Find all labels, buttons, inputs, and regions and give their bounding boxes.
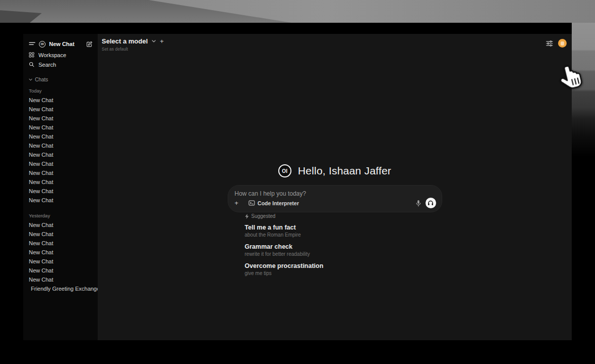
suggested-prompt-subtitle: rewrite it for better readability [245,251,442,257]
chat-group-label-today: Today [23,88,98,94]
chat-list-item[interactable]: New Chat [23,187,98,196]
suggested-header: Suggested [245,213,442,219]
new-chat-icon[interactable] [86,41,93,48]
chat-list-item[interactable]: New Chat [23,141,98,150]
workspace-grid-icon [29,52,34,58]
suggested-prompt[interactable]: Overcome procrastination give me tips [245,262,442,276]
chats-section-label: Chats [35,77,48,82]
microphone-icon[interactable] [416,200,421,207]
wallpaper-top-strip [0,0,595,23]
suggested-prompt-subtitle: give me tips [245,270,442,276]
search-icon [29,62,34,67]
app-logo: OI [39,41,46,48]
chat-list-item[interactable]: New Chat [23,159,98,168]
suggested-label: Suggested [251,213,276,219]
chat-list-item[interactable]: New Chat [23,257,98,266]
chat-list-item[interactable]: New Chat [23,248,98,257]
input-left-actions: + Code Interpreter [235,199,416,207]
input-actions-row: + Code Interpreter [235,198,436,208]
chat-list-item[interactable]: New Chat [23,177,98,187]
voice-call-button[interactable] [426,198,436,208]
suggested-prompt-title: Overcome procrastination [245,262,442,269]
suggested-prompt-title: Grammar check [245,243,442,250]
chat-list-item[interactable]: New Chat [23,123,98,132]
code-interpreter-label: Code Interpreter [258,200,299,206]
greeting-text: Hello, Ishaan Jaffer [298,165,392,177]
chat-list-item[interactable]: New Chat [23,132,98,141]
chat-list-item[interactable]: New Chat [23,230,98,239]
chat-list-item-friendly-greeting[interactable]: Friendly Greeting Exchange [23,284,98,293]
code-interpreter-toggle[interactable]: Code Interpreter [245,199,302,207]
greeting-row: OI Hello, Ishaan Jaffer [98,164,572,177]
suggested-prompt[interactable]: Grammar check rewrite it for better read… [245,243,442,257]
lightning-bolt-icon [245,214,249,219]
chat-list-item[interactable]: New Chat [23,105,98,114]
suggested-list: Tell me a fun fact about the Roman Empir… [245,224,442,276]
code-interpreter-icon [248,200,255,206]
chat-group-label-yesterday: Yesterday [23,213,98,218]
sidebar-item-workspace[interactable]: Workspace [23,50,98,60]
main-pane: Select a model + Set as default OI Hello… [98,34,572,340]
headphones-icon [428,200,434,206]
wallpaper-shape [0,0,595,23]
chat-list-item[interactable]: New Chat [23,275,98,284]
sidebar-header: OI New Chat [23,38,98,50]
wallpaper-right-strip [572,23,595,364]
chat-input-box[interactable]: How can I help you today? + Code Interpr… [228,185,442,212]
suggested-section: Suggested Tell me a fun fact about the R… [228,213,442,282]
search-label: Search [38,62,56,68]
suggested-prompt[interactable]: Tell me a fun fact about the Roman Empir… [245,224,442,238]
sidebar-toggle-icon[interactable] [29,42,35,47]
chat-list-item-label: Friendly Greeting Exchange [31,284,98,293]
header-actions [546,39,567,48]
openwebui-window: OI New Chat Workspace Search Chats Today [23,23,572,340]
chats-section-toggle[interactable]: Chats [23,75,98,83]
chat-list-item[interactable]: New Chat [23,239,98,248]
yesterday-chat-list: New ChatNew ChatNew ChatNew ChatNew Chat… [23,220,98,284]
sidebar-item-search[interactable]: Search [23,60,98,69]
suggested-prompt-subtitle: about the Roman Empire [245,232,442,238]
today-chat-list: New ChatNew ChatNew ChatNew ChatNew Chat… [23,96,98,205]
attach-plus-button[interactable]: + [235,200,239,206]
window-titlebar [23,23,572,34]
chat-list-item[interactable]: New Chat [23,150,98,159]
sidebar: OI New Chat Workspace Search Chats Today [23,34,98,340]
sidebar-title: New Chat [49,41,82,47]
chat-list-item[interactable]: New Chat [23,196,98,205]
app-body: OI New Chat Workspace Search Chats Today [23,34,572,340]
add-model-button[interactable]: + [160,38,164,44]
chevron-down-icon [29,78,32,81]
desktop: { "colors": { "avatar": "#eda33f", "main… [0,0,595,364]
chat-list-item[interactable]: New Chat [23,96,98,105]
user-avatar[interactable] [558,39,567,48]
chat-input-placeholder: How can I help you today? [235,190,435,197]
chat-list-item[interactable]: New Chat [23,114,98,123]
model-selector-button[interactable]: Select a model + [102,37,164,45]
avatar-image [561,41,564,46]
chevron-down-icon [152,40,156,42]
input-right-actions [416,198,436,208]
chat-list-item[interactable]: New Chat [23,168,98,177]
chat-list-item[interactable]: New Chat [23,266,98,275]
app-logo: OI [278,164,291,177]
set-as-default-link[interactable]: Set as default [102,47,164,52]
main-header: Select a model + Set as default [102,37,567,52]
chat-list-item[interactable]: New Chat [23,220,98,230]
controls-sliders-icon[interactable] [546,40,553,47]
model-selector: Select a model + Set as default [102,37,164,52]
model-selector-label: Select a model [102,37,148,45]
suggested-prompt-title: Tell me a fun fact [245,224,442,231]
workspace-label: Workspace [38,52,66,58]
